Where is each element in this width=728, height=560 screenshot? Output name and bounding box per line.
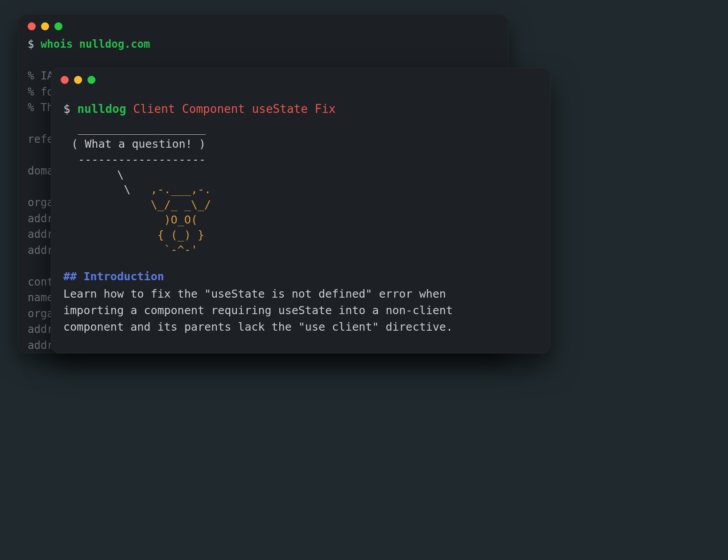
minimize-icon[interactable] [74, 76, 82, 84]
front-title: Client Component useState Fix [133, 102, 336, 116]
ascii-dog-icon: \ \ ,-.___,-. \_/_ _\_/ )O_O( { (_) } `-… [63, 167, 538, 258]
intro-heading-text: ## Introduction [63, 270, 164, 283]
maximize-icon[interactable] [87, 76, 95, 84]
prompt-symbol: $ [63, 102, 70, 116]
terminal-window-front: $ nulldog Client Component useState Fix … [51, 68, 550, 353]
dog-line: )O_O( [63, 213, 198, 226]
speech-bot: ------------------- [71, 153, 212, 166]
back-command: whois nulldog.com [41, 38, 150, 50]
maximize-icon[interactable] [54, 22, 62, 30]
minimize-icon[interactable] [41, 22, 49, 30]
intro-text: Learn how to fix the "useState is not de… [63, 286, 509, 335]
intro-heading: ## Introduction [63, 270, 538, 283]
close-icon[interactable] [61, 76, 69, 84]
front-prompt-line: $ nulldog Client Component useState Fix [63, 100, 538, 119]
close-icon[interactable] [28, 22, 36, 30]
prompt-symbol: $ [28, 38, 34, 50]
front-command: nulldog [77, 102, 126, 116]
speech-top: ___________________ [71, 122, 212, 135]
traffic-lights-front [51, 68, 550, 86]
terminal-body-front: $ nulldog Client Component useState Fix … [51, 86, 550, 345]
dog-line: { (_) } [63, 228, 204, 241]
speech-bubble: ___________________ ( What a question! )… [71, 120, 538, 167]
dog-line: \_/_ _\_/ [63, 198, 211, 211]
traffic-lights-back [18, 14, 509, 32]
dog-line: `-^-' [63, 243, 198, 256]
dog-line: \ [63, 168, 124, 181]
speech-mid: ( What a question! ) [71, 137, 206, 150]
